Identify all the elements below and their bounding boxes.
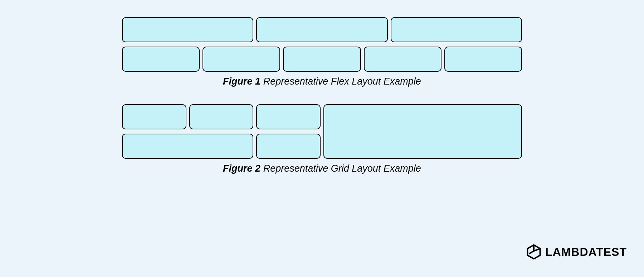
grid-box bbox=[122, 104, 186, 129]
flex-box bbox=[283, 47, 361, 72]
figure-1-label: Figure 1 bbox=[223, 76, 260, 87]
grid-box bbox=[189, 104, 254, 129]
grid-box-large bbox=[323, 104, 522, 159]
figure-2-label: Figure 2 bbox=[223, 163, 260, 174]
figure-2-caption: Figure 2 Representative Grid Layout Exam… bbox=[122, 163, 522, 174]
flex-box bbox=[256, 17, 387, 42]
figure-2 bbox=[122, 104, 522, 159]
figure-2-text: Representative Grid Layout Example bbox=[263, 163, 421, 174]
grid-box bbox=[256, 104, 321, 129]
flex-box bbox=[364, 47, 441, 72]
flex-box bbox=[444, 47, 522, 72]
grid-box-wide bbox=[122, 134, 253, 159]
brand-badge: LAMBDATEST bbox=[526, 244, 627, 260]
lambdatest-logo-icon bbox=[526, 244, 542, 260]
figure-1 bbox=[122, 17, 522, 72]
figure-1-caption: Figure 1 Representative Flex Layout Exam… bbox=[122, 76, 522, 87]
flex-box bbox=[122, 47, 200, 72]
diagram-content: Figure 1 Representative Flex Layout Exam… bbox=[122, 17, 522, 174]
flex-box bbox=[122, 17, 253, 42]
figure-1-text: Representative Flex Layout Example bbox=[263, 76, 421, 87]
brand-name: LAMBDATEST bbox=[545, 245, 627, 259]
flex-row-1 bbox=[122, 17, 522, 42]
flex-row-2 bbox=[122, 47, 522, 72]
grid-box bbox=[256, 134, 321, 159]
flex-box bbox=[391, 17, 522, 42]
flex-box bbox=[203, 47, 280, 72]
